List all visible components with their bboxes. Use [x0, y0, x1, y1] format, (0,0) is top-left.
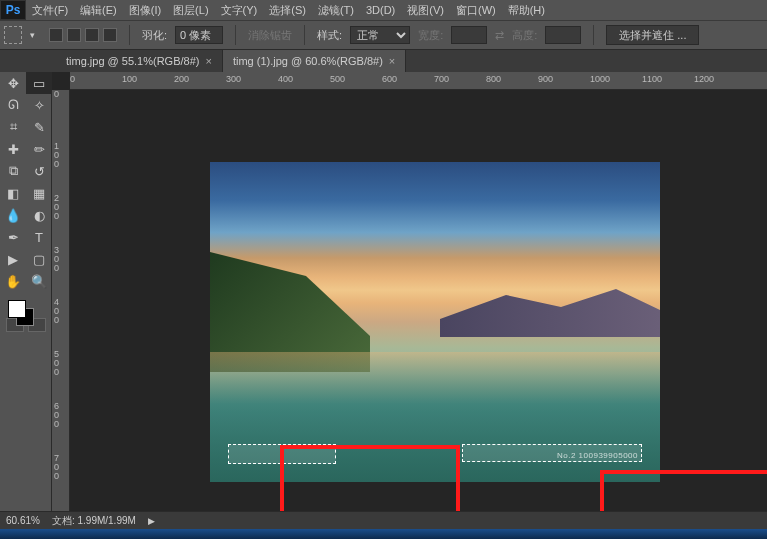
- hand-tool[interactable]: ✋: [0, 270, 26, 292]
- zoom-level[interactable]: 60.61%: [6, 515, 40, 526]
- style-select[interactable]: 正常: [350, 26, 410, 44]
- history-brush-tool[interactable]: ↺: [26, 160, 52, 182]
- feather-label: 羽化:: [142, 28, 167, 43]
- healing-brush-tool[interactable]: ✚: [0, 138, 26, 160]
- selection-new-icon[interactable]: [49, 28, 63, 42]
- tab-label: timg (1).jpg @ 60.6%(RGB/8#): [233, 55, 383, 67]
- menu-bar: Ps 文件(F) 编辑(E) 图像(I) 图层(L) 文字(Y) 选择(S) 滤…: [0, 0, 767, 20]
- menu-select[interactable]: 选择(S): [263, 1, 312, 20]
- chevron-right-icon[interactable]: ▶: [148, 516, 155, 526]
- magic-wand-tool[interactable]: ✧: [26, 94, 52, 116]
- annotation-box: [600, 470, 767, 511]
- height-input: [545, 26, 581, 44]
- ruler-vertical: 01 0 02 0 03 0 04 0 05 0 06 0 07 0 0: [52, 90, 70, 511]
- taskbar: [0, 529, 767, 539]
- color-swatches[interactable]: [0, 296, 52, 336]
- menu-type[interactable]: 文字(Y): [215, 1, 264, 20]
- close-icon[interactable]: ×: [389, 55, 395, 67]
- refine-edge-button[interactable]: 选择并遮住 ...: [606, 25, 699, 45]
- marquee-tool[interactable]: ▭: [26, 72, 52, 94]
- marquee-tool-icon[interactable]: [4, 26, 22, 44]
- eraser-tool[interactable]: ◧: [0, 182, 26, 204]
- close-icon[interactable]: ×: [205, 55, 211, 67]
- doc-size-value: 1.99M/1.99M: [77, 515, 135, 526]
- move-tool[interactable]: ✥: [0, 72, 26, 94]
- menu-3d[interactable]: 3D(D): [360, 2, 401, 18]
- tab-doc-2[interactable]: timg (1).jpg @ 60.6%(RGB/8#) ×: [223, 50, 406, 72]
- swap-icon: ⇄: [495, 29, 504, 42]
- dodge-tool[interactable]: ◐: [26, 204, 52, 226]
- eyedropper-tool[interactable]: ✎: [26, 116, 52, 138]
- width-label: 宽度:: [418, 28, 443, 43]
- gradient-tool[interactable]: ▦: [26, 182, 52, 204]
- foreground-color[interactable]: [8, 300, 26, 318]
- shape-tool[interactable]: ▢: [26, 248, 52, 270]
- menu-layer[interactable]: 图层(L): [167, 1, 214, 20]
- options-bar: ▾ 羽化: 消除锯齿 样式: 正常 宽度: ⇄ 高度: 选择并遮住 ...: [0, 20, 767, 50]
- clone-stamp-tool[interactable]: ⧉: [0, 160, 26, 182]
- chevron-down-icon[interactable]: ▾: [30, 30, 35, 40]
- doc-size-label: 文档:: [52, 515, 75, 526]
- menu-edit[interactable]: 编辑(E): [74, 1, 123, 20]
- type-tool[interactable]: T: [26, 226, 52, 248]
- menu-filter[interactable]: 滤镜(T): [312, 1, 360, 20]
- menu-help[interactable]: 帮助(H): [502, 1, 551, 20]
- antialias-label: 消除锯齿: [248, 28, 292, 43]
- annotation-box: [280, 445, 460, 511]
- status-bar: 60.61% 文档: 1.99M/1.99M ▶: [0, 511, 767, 529]
- height-label: 高度:: [512, 28, 537, 43]
- pen-tool[interactable]: ✒: [0, 226, 26, 248]
- lasso-tool[interactable]: ᘏ: [0, 94, 26, 116]
- zoom-tool[interactable]: 🔍: [26, 270, 52, 292]
- watermark-text: No.2 100939905000: [557, 451, 638, 460]
- blur-tool[interactable]: 💧: [0, 204, 26, 226]
- document-tabs: timg.jpg @ 55.1%(RGB/8#) × timg (1).jpg …: [0, 50, 767, 72]
- selection-subtract-icon[interactable]: [85, 28, 99, 42]
- toolbox: ✥ ▭ ᘏ ✧ ⌗ ✎ ✚ ✏ ⧉ ↺ ◧ ▦ 💧 ◐ ✒ T ▶ ▢ ✋ 🔍: [0, 72, 52, 511]
- menu-image[interactable]: 图像(I): [123, 1, 167, 20]
- selection-add-icon[interactable]: [67, 28, 81, 42]
- ruler-horizontal: 0100200300400500600700800900100011001200: [70, 72, 767, 90]
- path-select-tool[interactable]: ▶: [0, 248, 26, 270]
- width-input: [451, 26, 487, 44]
- style-label: 样式:: [317, 28, 342, 43]
- tab-label: timg.jpg @ 55.1%(RGB/8#): [66, 55, 199, 67]
- canvas[interactable]: No.2 100939905000: [70, 90, 767, 511]
- menu-view[interactable]: 视图(V): [401, 1, 450, 20]
- feather-input[interactable]: [175, 26, 223, 44]
- document-image: No.2 100939905000: [210, 162, 660, 482]
- selection-intersect-icon[interactable]: [103, 28, 117, 42]
- app-logo: Ps: [0, 0, 26, 20]
- brush-tool[interactable]: ✏: [26, 138, 52, 160]
- menu-window[interactable]: 窗口(W): [450, 1, 502, 20]
- tab-doc-1[interactable]: timg.jpg @ 55.1%(RGB/8#) ×: [56, 50, 223, 72]
- crop-tool[interactable]: ⌗: [0, 116, 26, 138]
- menu-file[interactable]: 文件(F): [26, 1, 74, 20]
